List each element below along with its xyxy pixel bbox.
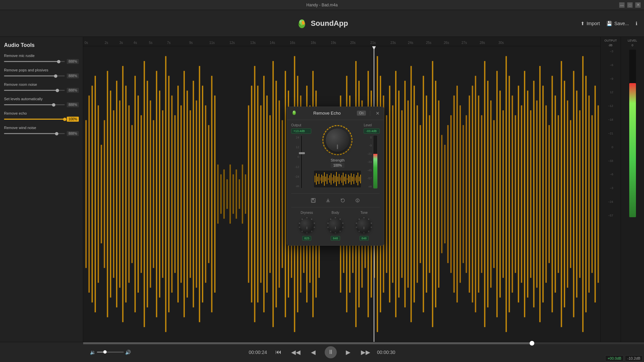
tool-slider-1[interactable] bbox=[4, 75, 65, 76]
svg-rect-46 bbox=[208, 125, 209, 263]
svg-rect-105 bbox=[389, 86, 390, 303]
modal-info-button[interactable] bbox=[353, 196, 362, 205]
svg-rect-204 bbox=[328, 178, 329, 180]
svg-rect-45 bbox=[205, 105, 206, 283]
svg-rect-149 bbox=[524, 71, 525, 317]
volume-up-icon: 🔊 bbox=[125, 350, 131, 355]
svg-rect-8 bbox=[92, 86, 93, 303]
app-name: SoundApp bbox=[311, 19, 348, 28]
rewind-button[interactable]: ⏮ bbox=[272, 346, 284, 358]
main-knob-body[interactable] bbox=[326, 128, 349, 152]
prev-frame-button[interactable]: ◀ bbox=[307, 346, 319, 358]
svg-rect-135 bbox=[481, 115, 482, 273]
svg-rect-53 bbox=[229, 165, 231, 224]
tool-badge-0: 888% bbox=[67, 59, 79, 64]
tool-slider-4[interactable] bbox=[4, 119, 65, 120]
modal-save-button[interactable] bbox=[309, 196, 318, 205]
svg-rect-218 bbox=[347, 178, 347, 180]
output-fader-track[interactable] bbox=[301, 135, 303, 189]
dryness-knob[interactable] bbox=[300, 218, 314, 232]
tool-remove-mic-rustle: Remove mic rustle 888% bbox=[4, 54, 79, 64]
svg-rect-230 bbox=[312, 198, 314, 200]
svg-rect-155 bbox=[542, 86, 544, 303]
svg-rect-148 bbox=[521, 105, 522, 283]
svg-rect-7 bbox=[89, 96, 90, 293]
volume-thumb-left[interactable] bbox=[103, 350, 107, 354]
svg-rect-107 bbox=[395, 71, 396, 317]
tool-slider-2[interactable] bbox=[4, 90, 65, 91]
svg-rect-16 bbox=[116, 81, 117, 307]
tool-slider-3[interactable] bbox=[4, 104, 65, 105]
window-controls: — □ ✕ bbox=[619, 2, 641, 8]
modal-on-toggle[interactable]: On bbox=[357, 111, 366, 116]
tone-label: Tone bbox=[360, 211, 368, 215]
svg-rect-42 bbox=[196, 101, 197, 288]
svg-rect-194 bbox=[315, 176, 315, 182]
tool-remove-wind: Remove wind noise 888% bbox=[4, 126, 79, 136]
tool-slider-0[interactable] bbox=[4, 61, 65, 62]
maximize-button[interactable]: □ bbox=[627, 2, 633, 8]
modal-download-button[interactable] bbox=[323, 196, 333, 205]
svg-rect-44 bbox=[202, 86, 203, 303]
mini-waveform bbox=[314, 171, 361, 187]
tool-slider-5[interactable] bbox=[4, 133, 65, 134]
svg-rect-131 bbox=[469, 96, 470, 293]
svg-rect-133 bbox=[475, 76, 476, 312]
svg-rect-210 bbox=[336, 172, 337, 186]
timeline-ruler: 0s 2s 3s 4s 5s 7s 9s 11s 12s 13s 14s 16s… bbox=[83, 37, 644, 46]
svg-rect-54 bbox=[232, 174, 234, 214]
svg-rect-15 bbox=[113, 110, 114, 278]
skip-back-button[interactable]: ◀◀ bbox=[290, 346, 302, 358]
level-meter-section: Level -03.4dB 0 -9 -21 -33 -45 -57 dB bbox=[364, 123, 380, 190]
save-button[interactable]: 💾 Save... bbox=[606, 21, 629, 26]
svg-rect-22 bbox=[135, 76, 136, 312]
progress-thumb[interactable] bbox=[530, 341, 534, 346]
modal-title: Remove Echo bbox=[300, 111, 354, 116]
output-fader-thumb[interactable] bbox=[299, 152, 305, 154]
next-frame-button[interactable]: ▶ bbox=[342, 346, 354, 358]
sidebar-title: Audio Tools bbox=[4, 42, 79, 48]
tool-badge-1: 888% bbox=[67, 73, 79, 78]
svg-point-256 bbox=[371, 227, 372, 228]
svg-rect-48 bbox=[214, 96, 216, 293]
svg-rect-65 bbox=[266, 96, 268, 293]
svg-rect-134 bbox=[478, 96, 479, 293]
volume-control-left: 🔉 🔊 bbox=[90, 350, 131, 355]
svg-rect-60 bbox=[251, 86, 252, 303]
dryness-knob-container bbox=[298, 216, 316, 235]
volume-slider-left[interactable] bbox=[97, 352, 124, 353]
tone-value: 848 bbox=[360, 236, 369, 241]
svg-rect-67 bbox=[272, 61, 274, 327]
minimize-button[interactable]: — bbox=[619, 2, 625, 8]
tone-knob[interactable] bbox=[357, 218, 371, 232]
header: SoundApp ⬆ Import 💾 Save... ℹ bbox=[0, 10, 644, 37]
progress-bar[interactable] bbox=[83, 342, 644, 344]
svg-rect-56 bbox=[239, 179, 240, 209]
main-strength-knob-section: Strength 100% bbox=[314, 123, 361, 190]
body-knob[interactable] bbox=[328, 218, 342, 232]
svg-rect-196 bbox=[317, 177, 318, 181]
svg-rect-68 bbox=[275, 81, 277, 307]
svg-rect-124 bbox=[447, 125, 448, 263]
import-button[interactable]: ⬆ Import bbox=[581, 21, 600, 26]
svg-rect-220 bbox=[350, 176, 350, 182]
modal-reset-button[interactable] bbox=[338, 196, 347, 205]
info-button[interactable]: ℹ bbox=[636, 21, 637, 26]
svg-rect-203 bbox=[327, 174, 327, 184]
svg-rect-110 bbox=[404, 81, 406, 307]
modal-close-button[interactable]: ✕ bbox=[376, 111, 380, 116]
svg-rect-202 bbox=[325, 177, 326, 181]
fast-forward-button[interactable]: ▶▶ bbox=[360, 346, 372, 358]
time-current: 00:00:24 bbox=[249, 350, 267, 355]
svg-rect-69 bbox=[279, 101, 280, 288]
svg-rect-143 bbox=[505, 56, 507, 332]
close-button[interactable]: ✕ bbox=[635, 2, 641, 8]
svg-rect-6 bbox=[86, 120, 87, 268]
svg-rect-12 bbox=[104, 120, 105, 268]
svg-rect-113 bbox=[414, 86, 415, 303]
svg-rect-206 bbox=[331, 173, 331, 185]
pause-button[interactable]: ⏸ bbox=[325, 346, 337, 358]
svg-rect-119 bbox=[432, 61, 433, 327]
svg-rect-198 bbox=[320, 177, 321, 181]
transport-bar: 🔉 🔊 00:00:24 ⏮ ◀◀ ◀ ⏸ ▶ ▶▶ 00:00:30 +00.… bbox=[0, 342, 644, 362]
